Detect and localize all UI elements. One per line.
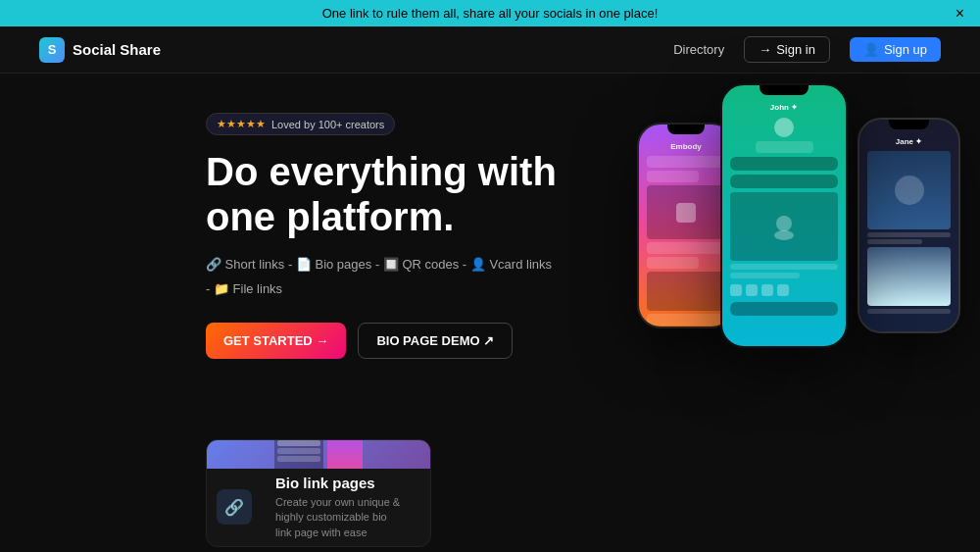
phone-right-block-1: [867, 232, 951, 237]
nav-directory-link[interactable]: Directory: [673, 42, 724, 57]
hero-buttons: GET STARTED → BIO PAGE DEMO ↗: [206, 323, 559, 359]
phone-notch-right: [889, 120, 928, 129]
card-preview: [207, 440, 430, 469]
phone-block-2: [647, 171, 699, 182]
navbar: S Social Share Directory → Sign in 👤 Sig…: [0, 26, 980, 74]
phone-screen-right: Jane ✦: [859, 129, 958, 320]
signin-icon: →: [759, 42, 771, 57]
loved-badge: ★★★★★ Loved by 100+ creators: [206, 113, 395, 135]
bio-link-icon: 🔗: [224, 498, 244, 517]
logo[interactable]: S Social Share: [39, 37, 161, 63]
phone-notch-center: [760, 85, 808, 95]
banner-close-button[interactable]: ×: [956, 6, 964, 22]
banner-text: One link to rule them all, share all you…: [322, 6, 659, 21]
bio-link-title: Bio link pages: [275, 475, 405, 491]
svg-point-2: [774, 230, 794, 240]
phone-right: Jane ✦: [858, 118, 960, 333]
phone-btn-2: [730, 175, 838, 188]
card-preview-inner: [270, 440, 367, 469]
phone-center: John ✦: [720, 83, 848, 348]
phone-btn-3: [730, 302, 838, 316]
card-info: 🔗 Bio link pages Create your own unique …: [207, 469, 430, 546]
hero-section: ★★★★★ Loved by 100+ creators Do everythi…: [0, 74, 980, 420]
phone-center-name: John ✦: [726, 99, 842, 114]
phone-btn-1: [730, 157, 838, 171]
logo-icon: S: [39, 37, 65, 63]
bio-demo-button[interactable]: BIO PAGE DEMO ↗: [358, 323, 513, 359]
bio-link-desc: Create your own unique & highly customiz…: [275, 495, 405, 540]
phone-center-img: [730, 192, 838, 261]
phone-right-name: Jane ✦: [863, 133, 955, 148]
phone-block-3: [647, 242, 725, 254]
logo-name: Social Share: [73, 41, 161, 58]
signup-button[interactable]: 👤 Sign up: [850, 37, 941, 62]
phone-social-icons: [726, 281, 842, 299]
bio-link-info: Bio link pages Create your own unique & …: [260, 475, 420, 540]
phone-block-1: [647, 156, 725, 168]
phone-center-block-1: [756, 141, 813, 153]
stars: ★★★★★: [217, 118, 266, 130]
phone-img-block-2: [647, 272, 725, 311]
phone-notch-left: [667, 125, 705, 134]
phone-avatar: [774, 118, 794, 137]
bio-link-card: 🔗 Bio link pages Create your own unique …: [206, 439, 431, 547]
phone-block-4: [647, 257, 699, 269]
signup-icon: 👤: [863, 42, 879, 57]
signin-button[interactable]: → Sign in: [744, 36, 830, 63]
phone-center-block-2: [730, 264, 838, 270]
nav-actions: Directory → Sign in 👤 Sign up: [673, 36, 941, 63]
svg-rect-0: [676, 203, 696, 223]
phone-screen-center: John ✦: [722, 95, 846, 323]
bottom-section: 🔗 Bio link pages Create your own unique …: [0, 420, 980, 547]
phone-center-block-3: [730, 273, 800, 278]
hero-title: Do everything with one platform.: [206, 149, 559, 239]
get-started-button[interactable]: GET STARTED →: [206, 323, 346, 359]
phone-right-img-2: [867, 247, 951, 306]
phone-block-5: [647, 314, 725, 326]
hero-features: 🔗 Short links - 📄 Bio pages - 🔲 QR codes…: [206, 253, 559, 301]
phone-left-name: Embody: [643, 138, 729, 153]
phone-right-block-3: [867, 309, 951, 314]
top-banner: One link to rule them all, share all you…: [0, 0, 980, 26]
phone-right-block-2: [867, 239, 922, 244]
phones-illustration: Embody John ✦: [637, 83, 960, 397]
card-icon: 🔗: [217, 489, 252, 525]
hero-content: ★★★★★ Loved by 100+ creators Do everythi…: [206, 103, 559, 359]
badge-text: Loved by 100+ creators: [271, 119, 384, 130]
svg-point-1: [776, 216, 792, 231]
phone-right-img-1: [867, 151, 951, 229]
phone-img-block-1: [647, 185, 725, 239]
phone-screen-left: Embody: [639, 134, 733, 328]
